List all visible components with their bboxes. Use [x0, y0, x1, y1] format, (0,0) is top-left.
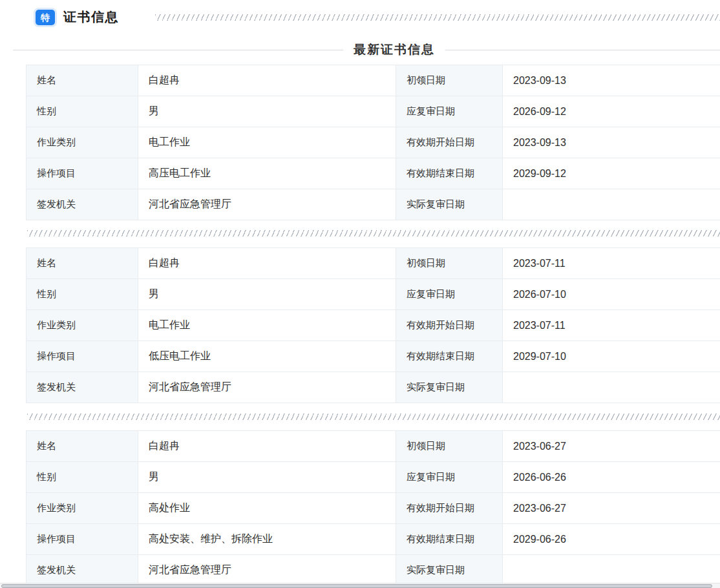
field-label: 作业类别: [26, 310, 138, 341]
field-label: 有效期结束日期: [396, 341, 503, 372]
table-row: 姓名白超冉初领日期2023-07-11: [26, 248, 720, 279]
field-value: 2029-09-12: [503, 158, 720, 189]
field-value: [503, 372, 720, 403]
hatch-divider-1: [27, 230, 720, 236]
field-value: 河北省应急管理厅: [138, 555, 396, 586]
field-value: 高处作业: [138, 493, 396, 524]
field-value: 2023-07-11: [503, 248, 720, 279]
field-value: 2029-06-26: [503, 524, 720, 555]
scroll-content: 特 证书信息 最新证书信息 姓名白超冉初领日期2023-09-13性别男应复审日…: [0, 0, 720, 588]
table-row: 操作项目低压电工作业有效期结束日期2029-07-10: [26, 341, 720, 372]
section-header: 特 证书信息: [36, 8, 119, 26]
field-label: 性别: [26, 279, 138, 310]
table-row: 姓名白超冉初领日期2023-06-27: [26, 431, 720, 462]
field-label: 有效期结束日期: [396, 524, 503, 555]
field-value: 2023-07-11: [503, 310, 720, 341]
field-label: 初领日期: [396, 248, 503, 279]
field-value: 白超冉: [138, 248, 396, 279]
field-label: 操作项目: [26, 341, 138, 372]
hatch-divider-2: [27, 414, 720, 420]
field-value: 2029-07-10: [503, 341, 720, 372]
field-value: 高压电工作业: [138, 158, 396, 189]
field-value: [503, 189, 720, 220]
field-label: 应复审日期: [396, 462, 503, 493]
field-label: 有效期结束日期: [396, 158, 503, 189]
field-value: 2023-06-27: [503, 431, 720, 462]
field-label: 初领日期: [396, 65, 503, 96]
table-row: 性别男应复审日期2026-07-10: [26, 279, 720, 310]
field-value: 白超冉: [138, 65, 396, 96]
field-label: 姓名: [26, 65, 138, 96]
certificate-info-page: 特 证书信息 最新证书信息 姓名白超冉初领日期2023-09-13性别男应复审日…: [0, 0, 720, 588]
latest-cert-divider: 最新证书信息: [13, 41, 720, 58]
field-value: 河北省应急管理厅: [138, 372, 396, 403]
table-row: 作业类别高处作业有效期开始日期2023-06-27: [26, 493, 720, 524]
table-row: 作业类别电工作业有效期开始日期2023-09-13: [26, 127, 720, 158]
field-label: 初领日期: [396, 431, 503, 462]
table-row: 签发机关河北省应急管理厅实际复审日期: [26, 372, 720, 403]
table-row: 签发机关河北省应急管理厅实际复审日期: [26, 555, 720, 586]
divider-line-right: [445, 50, 720, 50]
field-value: 男: [138, 462, 396, 493]
field-value: 白超冉: [138, 431, 396, 462]
field-label: 作业类别: [26, 127, 138, 158]
divider-line-left: [13, 50, 343, 50]
field-value: 男: [138, 279, 396, 310]
field-label: 性别: [26, 96, 138, 127]
field-value: 2026-09-12: [503, 96, 720, 127]
hatch-divider-top: [155, 14, 720, 21]
field-label: 签发机关: [26, 555, 138, 586]
table-row: 操作项目高处安装、维护、拆除作业有效期结束日期2029-06-26: [26, 524, 720, 555]
table-row: 性别男应复审日期2026-06-26: [26, 462, 720, 493]
field-value: 电工作业: [138, 310, 396, 341]
field-label: 性别: [26, 462, 138, 493]
field-label: 签发机关: [26, 189, 138, 220]
field-label: 操作项目: [26, 158, 138, 189]
field-label: 实际复审日期: [396, 555, 503, 586]
field-value: 河北省应急管理厅: [138, 189, 396, 220]
field-label: 实际复审日期: [396, 372, 503, 403]
table-row: 签发机关河北省应急管理厅实际复审日期: [26, 189, 720, 220]
field-label: 应复审日期: [396, 279, 503, 310]
field-value: 男: [138, 96, 396, 127]
field-label: 操作项目: [26, 524, 138, 555]
field-value: 2023-09-13: [503, 65, 720, 96]
table-row: 作业类别电工作业有效期开始日期2023-07-11: [26, 310, 720, 341]
table-row: 操作项目高压电工作业有效期结束日期2029-09-12: [26, 158, 720, 189]
field-label: 作业类别: [26, 493, 138, 524]
field-value: 2023-09-13: [503, 127, 720, 158]
field-value: [503, 555, 720, 586]
field-value: 高处安装、维护、拆除作业: [138, 524, 396, 555]
latest-cert-title: 最新证书信息: [354, 41, 435, 58]
field-label: 签发机关: [26, 372, 138, 403]
field-value: 2026-07-10: [503, 279, 720, 310]
page-title: 证书信息: [63, 8, 119, 26]
certificate-table-2: 姓名白超冉初领日期2023-07-11性别男应复审日期2026-07-10作业类…: [26, 247, 720, 403]
field-label: 有效期开始日期: [396, 127, 503, 158]
field-value: 电工作业: [138, 127, 396, 158]
table-row: 姓名白超冉初领日期2023-09-13: [26, 65, 720, 96]
certificate-table-1: 姓名白超冉初领日期2023-09-13性别男应复审日期2026-09-12作业类…: [26, 65, 720, 220]
field-value: 低压电工作业: [138, 341, 396, 372]
special-ops-badge: 特: [36, 10, 55, 25]
field-label: 实际复审日期: [396, 189, 503, 220]
certificate-table-3: 姓名白超冉初领日期2023-06-27性别男应复审日期2026-06-26作业类…: [26, 430, 720, 586]
field-label: 姓名: [26, 248, 138, 279]
field-label: 应复审日期: [396, 96, 503, 127]
table-row: 性别男应复审日期2026-09-12: [26, 96, 720, 127]
field-value: 2023-06-27: [503, 493, 720, 524]
horizontal-scrollbar-thumb[interactable]: [1, 584, 712, 588]
field-label: 有效期开始日期: [396, 310, 503, 341]
field-label: 有效期开始日期: [396, 493, 503, 524]
field-label: 姓名: [26, 431, 138, 462]
field-value: 2026-06-26: [503, 462, 720, 493]
